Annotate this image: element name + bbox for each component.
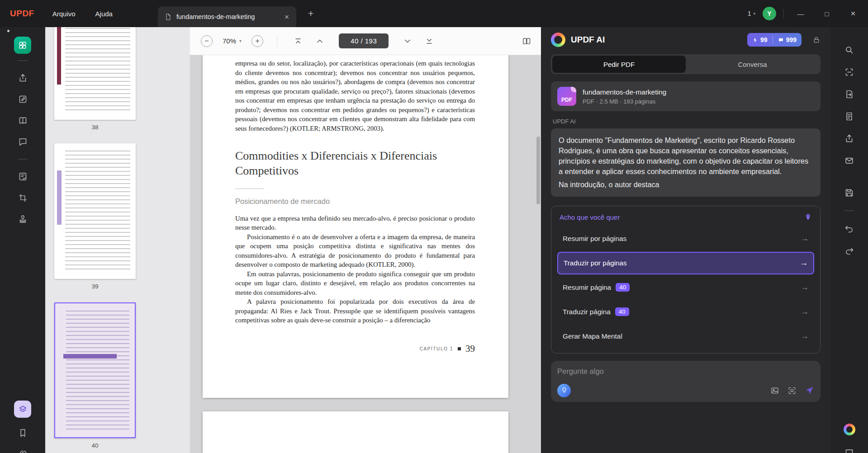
arrow-right-icon: → — [801, 234, 809, 243]
thumbnail-label: 40 — [54, 442, 136, 449]
suggestions-header: Acho que você quer — [557, 211, 814, 226]
ai-credit-left-value: 99 — [760, 36, 768, 43]
scroll-to-top-button[interactable] — [294, 37, 303, 46]
share-tool-icon[interactable] — [18, 73, 28, 83]
attachment-tool-icon[interactable] — [18, 449, 28, 453]
pdf-file-card[interactable]: PDF fundamentos-de-marketing PDF · 2.5 M… — [551, 81, 821, 111]
titlebar: UPDF Arquivo Ajuda fundamentos-de-market… — [0, 0, 868, 27]
export-page-icon[interactable] — [844, 90, 854, 99]
previous-page-button[interactable] — [315, 37, 324, 46]
main-layout: 38 39 40 − 70% ▾ + — [0, 27, 868, 453]
arrow-right-icon: → — [800, 258, 808, 268]
pin-icon[interactable] — [804, 213, 812, 221]
ai-credit-left: 99 — [747, 36, 773, 43]
menu-arquivo[interactable]: Arquivo — [52, 10, 76, 18]
titlebar-right: 1 ▾ Y — □ × — [748, 0, 868, 27]
extract-page-icon[interactable] — [844, 112, 854, 121]
pdf-viewport[interactable]: empresa ou do setor, localização), por c… — [190, 55, 541, 453]
thumbnail-text-lines — [65, 151, 130, 272]
maximize-button[interactable]: □ — [817, 10, 836, 18]
ocr-icon[interactable] — [844, 67, 854, 77]
updf-ai-shortcut-icon[interactable] — [844, 424, 855, 435]
view-toolbar: − 70% ▾ + 40 / 193 — [190, 27, 541, 55]
zoom-in-button[interactable]: + — [251, 35, 263, 47]
arrow-right-icon: → — [801, 331, 809, 341]
layers-tool-icon[interactable] — [14, 401, 31, 418]
user-avatar[interactable]: Y — [763, 7, 776, 20]
scroll-to-bottom-button[interactable] — [425, 37, 434, 46]
suggestion-traduzir-pagina[interactable]: Traduzir página 40 → — [557, 301, 814, 323]
page-paragraph: Posicionamento é o ato de desenvolver a … — [235, 232, 475, 269]
ai-question-input[interactable] — [557, 367, 814, 376]
document-icon — [164, 13, 172, 21]
tab-count-dropdown[interactable]: 1 ▾ — [748, 10, 755, 17]
suggestion-gerar-mapa-mental[interactable]: Gerar Mapa Mental → — [557, 325, 814, 348]
zoom-level-dropdown[interactable]: 70% ▾ — [223, 37, 242, 45]
crop-tool-icon[interactable] — [18, 193, 28, 203]
ai-message-text: O documento "Fundamentos de Marketing", … — [559, 135, 813, 177]
suggestion-traduzir-por-paginas-selected[interactable]: Traduzir por páginas → — [557, 252, 814, 274]
updf-ai-panel: UPDF AI 99 999 Pedir PDF — [541, 27, 830, 453]
titlebar-divider — [783, 9, 784, 19]
ai-credit-right-value: 999 — [786, 36, 797, 43]
thumbnail-panel-button[interactable] — [14, 37, 31, 54]
attach-image-icon[interactable] — [770, 386, 779, 395]
search-icon[interactable] — [844, 45, 854, 55]
tab-pedir-pdf[interactable]: Pedir PDF — [552, 56, 686, 73]
new-tab-button[interactable]: + — [308, 8, 313, 19]
menu-ajuda[interactable]: Ajuda — [95, 10, 113, 18]
pdf-page-next — [203, 411, 508, 453]
form-tool-icon[interactable] — [18, 172, 28, 181]
page-thumbnail-40-selected[interactable] — [54, 302, 136, 438]
ai-input-toolbar — [557, 384, 814, 397]
ai-suggestions-panel: Acho que você quer Resumir por páginas →… — [551, 206, 821, 354]
scrollbar-thumb[interactable] — [536, 137, 540, 204]
ai-mode-tabs: Pedir PDF Conversa — [551, 54, 821, 74]
tab-title: fundamentos-de-marketing — [176, 13, 278, 20]
save-icon[interactable] — [844, 188, 854, 198]
tab-count-value: 1 — [748, 10, 751, 17]
page-subheading: Posicionamento de mercado — [235, 197, 475, 206]
strip-divider — [18, 159, 28, 160]
bookmark-tool-icon[interactable] — [18, 428, 28, 438]
chevron-down-icon: ▾ — [239, 38, 242, 43]
page-layout-icon[interactable] — [522, 37, 531, 46]
share-icon[interactable] — [844, 134, 854, 143]
undo-icon[interactable] — [844, 224, 854, 233]
send-icon[interactable] — [805, 386, 814, 395]
stamp-tool-icon[interactable] — [18, 214, 28, 224]
thumbnail-panel: 38 39 40 — [45, 27, 190, 453]
suggestion-resumir-por-paginas[interactable]: Resumir por páginas → — [557, 227, 814, 250]
page-thumbnail-38[interactable] — [54, 27, 136, 120]
suggestion-resumir-pagina[interactable]: Resumir página 40 → — [557, 276, 814, 299]
footer-page-number: 39 — [465, 343, 475, 354]
updf-logo: UPDF — [10, 9, 34, 19]
page-thumbnail-39[interactable] — [54, 143, 136, 279]
thumbnail-text-lines — [66, 311, 129, 430]
page-paragraph: Em outras palavras, posicionamento de pr… — [235, 269, 475, 297]
zoom-out-button[interactable]: − — [201, 35, 213, 47]
mail-icon[interactable] — [844, 156, 854, 165]
page-indicator[interactable]: 40 / 193 — [339, 33, 389, 48]
document-tab[interactable]: fundamentos-de-marketing × — [158, 6, 296, 27]
next-page-button[interactable] — [403, 37, 412, 46]
window-close-button[interactable]: × — [844, 9, 863, 19]
ai-message-bubble: O documento "Fundamentos de Marketing", … — [551, 128, 821, 197]
lock-icon[interactable] — [812, 36, 821, 44]
tab-close-icon[interactable]: × — [283, 12, 291, 22]
reader-tool-icon[interactable] — [18, 116, 28, 125]
updf-ai-logo-icon — [551, 33, 565, 47]
ai-credits-badge[interactable]: 99 999 — [747, 33, 802, 47]
tab-conversa[interactable]: Conversa — [686, 56, 819, 73]
page-paragraph: A palavra posicionamento foi popularizad… — [235, 297, 475, 325]
minimize-button[interactable]: — — [791, 10, 810, 18]
zoom-value: 70% — [223, 37, 236, 45]
feedback-comment-icon[interactable] — [844, 448, 854, 453]
redo-icon[interactable] — [844, 246, 854, 255]
prompt-ideas-icon[interactable] — [557, 384, 571, 397]
edit-tool-icon[interactable] — [18, 94, 28, 104]
comment-tool-icon[interactable] — [18, 137, 28, 146]
screenshot-icon[interactable] — [787, 386, 797, 395]
left-tool-strip — [0, 27, 45, 453]
viewport-scrollbar[interactable] — [536, 55, 540, 453]
